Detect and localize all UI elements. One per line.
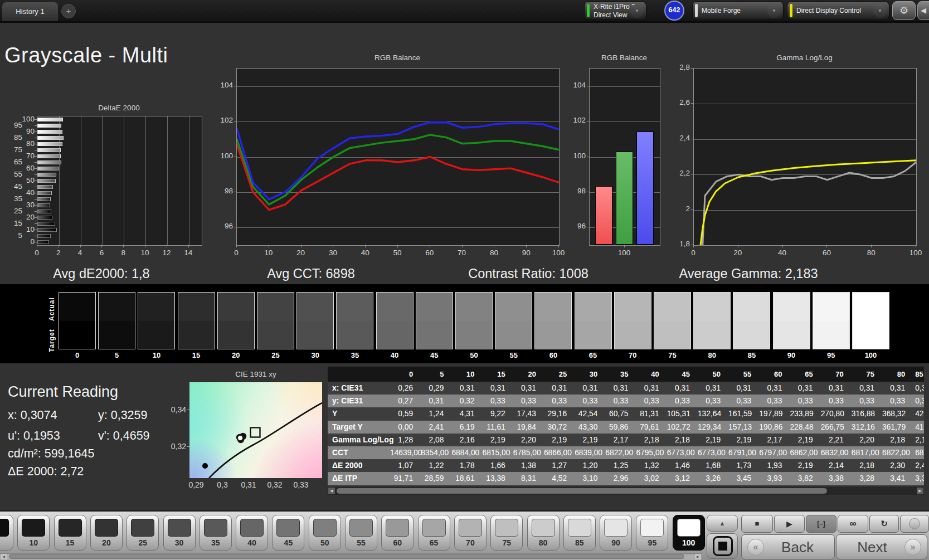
pattern-level-button-95[interactable]: 95 [636, 515, 668, 551]
table-header-corner [328, 367, 390, 382]
pattern-level-button-45[interactable]: 45 [272, 515, 304, 551]
pattern-level-button-35[interactable]: 35 [200, 515, 232, 551]
y-axis-tick [35, 193, 37, 193]
pattern-level-button-20[interactable]: 20 [90, 515, 123, 551]
table-cell: 2,18 [852, 459, 882, 472]
record-button[interactable] [900, 515, 929, 533]
pattern-level-button-80[interactable]: 80 [527, 515, 560, 551]
scrollbar-thumb[interactable] [337, 488, 827, 494]
swatch-level-label: 95 [813, 351, 850, 359]
table-cell: 0,26 [390, 382, 421, 395]
table-cell: 421, [913, 407, 924, 420]
swatch-actual-half [257, 293, 294, 321]
pattern-level-button-30[interactable]: 30 [163, 515, 196, 551]
pattern-level-button-55[interactable]: 55 [345, 515, 377, 551]
gray-swatch [733, 292, 770, 349]
grayscale-swatch-strip: Actual Target 05101520253035404550556065… [0, 284, 929, 363]
table-h-scrollbar[interactable]: ◀▶ [328, 487, 924, 495]
meter-selector[interactable]: X-Rite i1Pro 3 Direct View ▼ [584, 1, 646, 20]
pattern-level-button-25[interactable]: 25 [127, 515, 159, 551]
table-cell: 0,31 [483, 382, 513, 395]
table-cell: 1,24 [421, 407, 451, 420]
table-cell: 0,31 [575, 382, 605, 395]
pattern-level-button-40[interactable]: 40 [236, 515, 268, 551]
pattern-level-button-100[interactable]: 100 [673, 515, 705, 551]
pattern-level-button-85[interactable]: 85 [563, 515, 596, 551]
pattern-level-label: 15 [55, 538, 86, 547]
table-cell: 2,20 [852, 434, 882, 446]
x-axis-label: 14 [181, 249, 196, 257]
scroll-left-arrow[interactable]: ◀ [1, 554, 7, 559]
table-cell: 0,33 [790, 395, 820, 407]
pattern-level-button-60[interactable]: 60 [381, 515, 414, 551]
x-axis-tick [871, 245, 872, 247]
table-cell: 2,30 [882, 459, 913, 472]
settings-button[interactable]: ⚙ [892, 1, 916, 20]
control-status-accent [790, 4, 792, 17]
reading-delta-e: ΔE 2000: 2,72 [8, 465, 84, 479]
gray-swatch [257, 292, 294, 349]
next-button[interactable]: Next» [836, 534, 927, 559]
swatch-actual-half [178, 293, 215, 321]
x-axis-tick [624, 245, 625, 247]
pattern-level-patch [422, 519, 446, 537]
source-selector[interactable]: Mobile Forge ▼ [692, 1, 784, 20]
tab-history-1[interactable]: History 1 [2, 2, 58, 21]
refresh-button[interactable]: ↻ [869, 515, 899, 533]
table-cell: 2,18 [882, 434, 913, 446]
scroll-left-arrow[interactable]: ◀ [328, 488, 335, 494]
x-axis-tick [333, 245, 333, 247]
back-button[interactable]: «Back [741, 534, 835, 559]
pattern-level-button-70[interactable]: 70 [454, 515, 487, 551]
pattern-level-button-50[interactable]: 50 [309, 515, 341, 551]
table-cell: 19,84 [513, 421, 544, 434]
measure-button[interactable]: [–] [806, 515, 836, 533]
deltae-bar [37, 240, 49, 244]
swatch-level-label: 35 [336, 351, 373, 359]
pattern-level-button-15[interactable]: 15 [54, 515, 86, 551]
scroll-right-arrow[interactable]: ▶ [695, 554, 701, 559]
page-title: Grayscale - Multi [4, 43, 168, 67]
table-cell: 683 [913, 446, 924, 459]
scroll-up-button[interactable]: ▲ [707, 515, 738, 532]
stop-button[interactable]: ■ [741, 515, 773, 533]
x-axis-label: 0 [227, 249, 245, 257]
table-cell: 1,73 [728, 459, 759, 472]
pattern-level-button-75[interactable]: 75 [490, 515, 523, 551]
pattern-h-scrollbar[interactable]: ◀▶ [0, 553, 702, 560]
table-cell: 0,33 [483, 395, 513, 407]
table-cell: 0,33 [544, 395, 575, 407]
deltae-bar [37, 136, 64, 140]
table-row: Y0,591,244,319,2217,4329,1642,5460,7581,… [328, 407, 924, 420]
cie-y-axis-label: 0,34 [165, 405, 186, 414]
next-button-label: Next [839, 535, 906, 560]
table-cell: 197,89 [759, 407, 790, 420]
pattern-level-button-10[interactable]: 10 [17, 515, 50, 551]
table-cell: 0,33 [636, 395, 667, 407]
control-selector[interactable]: Direct Display Control ▼ [787, 1, 889, 20]
swatch-actual-half [99, 293, 135, 321]
table-header-cell: 70 [821, 367, 852, 382]
pattern-level-button-90[interactable]: 90 [600, 515, 632, 551]
loop-button[interactable]: ∞ [838, 515, 868, 533]
meter-count-badge[interactable]: 642 [664, 1, 684, 21]
y-axis-tick [234, 192, 236, 192]
collapse-panel-button[interactable]: ◀ [917, 1, 929, 20]
rgb-line-plot [236, 68, 560, 246]
play-button[interactable]: ▶ [774, 515, 805, 533]
y-axis-label: 96 [211, 222, 233, 230]
y-axis-tick [35, 230, 37, 230]
table-cell: 361,79 [882, 421, 913, 434]
scrollbar-thumb[interactable] [9, 554, 684, 559]
add-tab-button[interactable]: + [61, 4, 76, 18]
scroll-right-arrow[interactable]: ▶ [917, 488, 923, 494]
pattern-window-button[interactable] [707, 533, 738, 559]
table-cell: 0,31 [421, 395, 451, 407]
deltae-bar [37, 234, 51, 238]
table-cell: 0,33 [698, 395, 728, 407]
loop-icon: ∞ [849, 518, 856, 529]
table-cell: 79,61 [636, 421, 667, 434]
pattern-level-button-65[interactable]: 65 [418, 515, 450, 551]
pattern-level-button-5[interactable]: 5 [0, 515, 13, 551]
gray-swatch [98, 292, 135, 349]
